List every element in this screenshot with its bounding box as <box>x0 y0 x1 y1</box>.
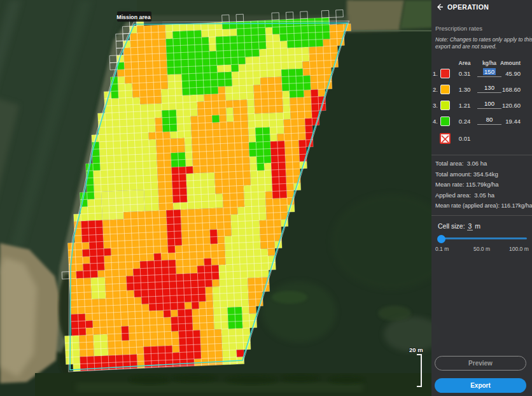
svg-text:20 m: 20 m <box>409 346 423 353</box>
svg-text:Mission area: Mission area <box>116 14 150 20</box>
